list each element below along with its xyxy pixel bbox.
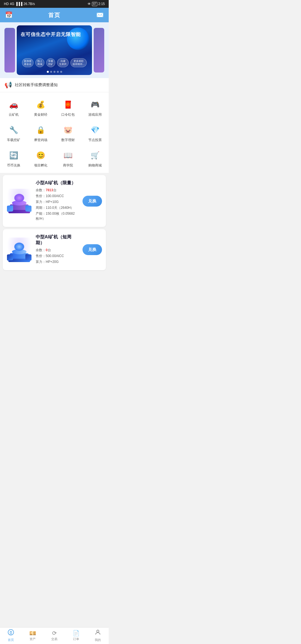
product-title-small: 小型AI矿机（限量） [36, 180, 79, 186]
exchange-icon: 🔄 [8, 149, 20, 161]
banner-globe [67, 28, 89, 50]
menu-item-node-vote[interactable]: 💎 节点投票 [82, 121, 109, 146]
grid-menu: 🚗 云矿机 💰 黄金财经 🧧 口令红包 🎮 游戏应用 🔧 车载挖矿 🔒 摩登鸡场… [0, 92, 109, 173]
product-section: 小型AI矿机（限量） 余数：7813台 售价：100.00AICC 算力：HP+… [0, 175, 109, 276]
banner-dots [17, 71, 92, 73]
exchange-label: 币币兑换 [7, 163, 20, 168]
node-vote-label: 节点投票 [88, 138, 102, 142]
banner-carousel[interactable]: 在可信生态中开启无限智能 新加坡基金会 线上商城 车载挖矿 自建交易所 更多精彩… [0, 22, 109, 78]
chicken-farm-icon: 🔒 [35, 124, 47, 136]
exchange-button-medium[interactable]: 兑换 [82, 244, 102, 255]
exchange-button-small[interactable]: 兑换 [82, 196, 102, 207]
menu-item-game[interactable]: 🎮 游戏应用 [82, 96, 109, 121]
cloud-miner-icon: 🚗 [8, 98, 20, 111]
banner-pills: 新加坡基金会 线上商城 车载挖矿 自建交易所 更多精彩值得期待... [17, 58, 92, 67]
status-left: HD 4G ▐▐▐ 26.7B/s [4, 2, 35, 6]
dot-1 [47, 71, 49, 73]
product-remaining-medium: 余数：0台 [36, 248, 79, 253]
speed-indicator: 26.7B/s [23, 2, 35, 6]
incubator-icon: 😊 [35, 149, 47, 161]
page-title: 首页 [48, 11, 60, 19]
business-school-label: 商学院 [63, 163, 73, 168]
menu-item-business-school[interactable]: 📖 商学院 [54, 146, 82, 172]
dot-3 [54, 71, 55, 73]
product-output-small: 产能：150.00枚（0.05682枚/H） [36, 211, 79, 221]
notice-bar[interactable]: 📢 社区转账手续费调整通知 [0, 78, 109, 92]
product-card-medium: 中型AI矿机（短周期） 余数：0台 售价：500.00AICC 算力：HP+20… [3, 229, 106, 270]
hd-icon: HD [4, 2, 9, 6]
shop-icon: 🛒 [89, 149, 101, 161]
red-packet-icon: 🧧 [62, 98, 74, 111]
game-label: 游戏应用 [88, 112, 102, 117]
banner-pill-2[interactable]: 线上商城 [35, 58, 44, 67]
battery-indicator: 97 [92, 2, 97, 6]
banner-side-right [94, 28, 104, 72]
menu-item-exchange[interactable]: 🔄 币币兑换 [0, 146, 27, 172]
digital-finance-label: 数字理财 [61, 138, 75, 142]
notice-icon: 📢 [4, 81, 12, 89]
calendar-icon[interactable]: 📅 [5, 11, 13, 19]
car-mining-label: 车载挖矿 [7, 138, 20, 142]
dot-2 [50, 71, 52, 73]
time-display: 2:15 [98, 2, 105, 6]
product-card-small: 小型AI矿机（限量） 余数：7813台 售价：100.00AICC 算力：HP+… [3, 175, 106, 227]
banner-pill-4[interactable]: 自建交易所 [57, 58, 69, 67]
product-info-small: 小型AI矿机（限量） 余数：7813台 售价：100.00AICC 算力：HP+… [36, 180, 79, 222]
notice-text: 社区转账手续费调整通知 [15, 83, 58, 88]
node-vote-icon: 💎 [89, 124, 101, 136]
banner-pill-1[interactable]: 新加坡基金会 [22, 58, 33, 67]
product-title-medium: 中型AI矿机（短周期） [36, 234, 79, 246]
car-mining-icon: 🔧 [8, 124, 20, 136]
menu-item-gold-finance[interactable]: 💰 黄金财经 [27, 96, 55, 121]
shop-label: 购物商城 [88, 163, 102, 168]
menu-item-cloud-miner[interactable]: 🚗 云矿机 [0, 96, 27, 121]
game-icon: 🎮 [89, 98, 101, 111]
product-hashrate-medium: 算力：HP+20G [36, 259, 79, 264]
eye-icon: 👁 [88, 2, 91, 6]
status-bar: HD 4G ▐▐▐ 26.7B/s 👁 97 2:15 [0, 0, 109, 8]
product-remaining-small: 余数：7813台 [36, 188, 79, 193]
app-header: 📅 首页 ✉️ [0, 8, 109, 22]
cloud-miner-label: 云矿机 [9, 112, 19, 117]
business-school-icon: 📖 [62, 149, 74, 161]
menu-item-shop[interactable]: 🛒 购物商城 [82, 146, 109, 172]
menu-item-incubator[interactable]: 😊 项目孵化 [27, 146, 55, 172]
banner-side-left [4, 28, 15, 72]
red-packet-label: 口令红包 [61, 112, 75, 117]
signal-icon: 4G ▐▐▐ [10, 2, 22, 6]
product-img-medium [7, 237, 32, 262]
dot-4 [57, 71, 59, 73]
product-price-medium: 售价：500.00AICC [36, 253, 79, 258]
miner-illustration-small [7, 189, 31, 213]
digital-finance-icon: 🐷 [62, 124, 74, 136]
product-period-small: 周期：110.0天（2640H） [36, 205, 79, 210]
product-img-small [7, 188, 32, 214]
chicken-farm-label: 摩登鸡场 [34, 138, 47, 142]
gold-finance-label: 黄金财经 [34, 112, 47, 117]
menu-item-red-packet[interactable]: 🧧 口令红包 [54, 96, 82, 121]
menu-item-chicken-farm[interactable]: 🔒 摩登鸡场 [27, 121, 55, 146]
miner-illustration-medium [7, 238, 31, 262]
status-right: 👁 97 2:15 [88, 2, 105, 6]
banner-main[interactable]: 在可信生态中开启无限智能 新加坡基金会 线上商城 车载挖矿 自建交易所 更多精彩… [17, 25, 92, 75]
banner-pill-3[interactable]: 车载挖矿 [46, 58, 55, 67]
product-info-medium: 中型AI矿机（短周期） 余数：0台 售价：500.00AICC 算力：HP+20… [36, 234, 79, 265]
dot-5 [60, 71, 62, 73]
banner-text: 在可信生态中开启无限智能 [21, 32, 81, 38]
menu-item-digital-finance[interactable]: 🐷 数字理财 [54, 121, 82, 146]
incubator-label: 项目孵化 [34, 163, 47, 168]
mail-icon[interactable]: ✉️ [96, 11, 104, 19]
product-hashrate-small: 算力：HP+10G [36, 199, 79, 204]
gold-finance-icon: 💰 [35, 98, 47, 111]
banner-pill-5[interactable]: 更多精彩值得期待... [71, 58, 87, 67]
menu-item-car-mining[interactable]: 🔧 车载挖矿 [0, 121, 27, 146]
product-price-small: 售价：100.00AICC [36, 193, 79, 198]
